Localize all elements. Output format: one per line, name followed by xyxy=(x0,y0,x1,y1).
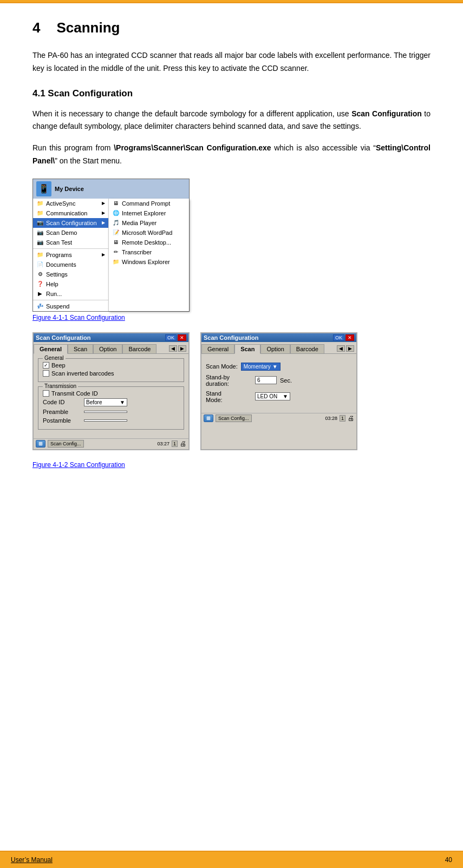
standby-duration-row: Stand-byduration: 6 Sec. xyxy=(206,374,352,387)
beep-row: Beep xyxy=(43,362,179,369)
dialog-left-body: General Beep Scan inverted barcodes Tran… xyxy=(34,354,188,438)
tab-general-right[interactable]: General xyxy=(201,344,234,353)
standby-duration-unit: Sec. xyxy=(280,377,292,384)
figure-4-1-2-label[interactable]: Figure 4-1-2 Scan Configuration xyxy=(32,461,431,469)
tab-option-right[interactable]: Option xyxy=(260,344,290,353)
bottom-left-text: User’s Manual xyxy=(11,856,53,864)
taskbar-left-start[interactable]: ⊞ xyxy=(36,440,45,448)
tab-barcode-right[interactable]: Barcode xyxy=(290,344,324,353)
scan-inverted-checkbox[interactable] xyxy=(43,370,49,377)
body-paragraph-2: When it is necessary to change the defau… xyxy=(32,108,431,134)
standby-duration-value: 6 xyxy=(257,377,260,383)
arrow-scan-config: ▶ xyxy=(102,220,105,225)
taskbar-left-item[interactable]: Scan Config... xyxy=(48,440,84,448)
two-dialogs-container: Scan Configuration OK ✕ General Scan Opt… xyxy=(32,332,431,450)
code-id-value: Before xyxy=(86,399,102,405)
left-menu-item-scan-config[interactable]: 📷 Scan Configuration ▶ xyxy=(33,218,108,228)
left-menu-item-communication[interactable]: 📁 Communication ▶ xyxy=(33,208,108,218)
stand-mode-arrow: ▼ xyxy=(283,393,288,399)
right-menu-item-transcriber[interactable]: ✏ Transcriber xyxy=(109,247,189,257)
body-paragraph-3: Run this program from \Programs\Scanner\… xyxy=(32,142,431,168)
left-menu: 📁 ActiveSync ▶ 📁 Communication ▶ 📷 Scan … xyxy=(33,199,108,311)
beep-checkbox[interactable] xyxy=(43,362,49,369)
standby-duration-input[interactable]: 6 xyxy=(255,376,277,384)
start-menu-top: 📱 My Device xyxy=(33,179,189,199)
tab-option-left[interactable]: Option xyxy=(93,344,122,353)
left-menu-item-settings[interactable]: ⚙ Settings xyxy=(33,269,108,279)
left-menu-item-scan-demo[interactable]: 📷 Scan Demo xyxy=(33,228,108,238)
taskbar-left-printer-icon: 🖨 xyxy=(180,440,186,448)
tab-scroll-right-btn-right[interactable]: ▶ xyxy=(346,345,354,352)
left-menu-item-activesync[interactable]: 📁 ActiveSync ▶ xyxy=(33,199,108,208)
left-menu-item-scan-test[interactable]: 📷 Scan Test xyxy=(33,238,108,247)
dialog-left-taskbar: ⊞ Scan Config... 03:27 1 🖨 xyxy=(34,438,188,449)
chapter-number: 4 xyxy=(32,19,40,36)
tab-scan-right[interactable]: Scan xyxy=(234,344,260,354)
code-id-dropdown-arrow: ▼ xyxy=(120,399,125,405)
stand-mode-select[interactable]: LED ON ▼ xyxy=(255,392,290,400)
right-menu-item-windows-explorer[interactable]: 📁 Windows Explorer xyxy=(109,257,189,267)
body-text-bold-1: Scan Configuration xyxy=(351,109,422,118)
postamble-label: Postamble xyxy=(43,417,81,424)
menu-divider-1 xyxy=(33,248,108,249)
arrow-communication: ▶ xyxy=(102,211,105,215)
tab-general-left[interactable]: General xyxy=(34,344,68,354)
tab-scroll-left-btn[interactable]: ◀ xyxy=(169,345,177,352)
dialog-left-title: Scan Configuration xyxy=(36,334,90,341)
right-menu-item-wordpad[interactable]: 📝 Microsoft WordPad xyxy=(109,228,189,238)
scan-demo-label: Scan Demo xyxy=(46,229,77,236)
remote-desktop-icon: 🖥 xyxy=(112,239,120,246)
taskbar-left-time: 03:27 xyxy=(157,441,169,446)
dialog-right-body: Scan Mode: Momentary ▼ Stand-byduration:… xyxy=(201,354,356,413)
settings-icon: ⚙ xyxy=(36,271,44,278)
right-menu-item-media-player[interactable]: 🎵 Media Player xyxy=(109,218,189,228)
dialog-right-ok-button[interactable]: OK xyxy=(333,334,344,341)
figure-4-1-1-link: Scan Configuration xyxy=(70,314,125,321)
scan-mode-arrow: ▼ xyxy=(272,364,278,370)
dialog-right-tabs: General Scan Option Barcode ◀ ▶ xyxy=(201,342,356,354)
code-id-select[interactable]: Before ▼ xyxy=(84,398,127,406)
run-icon: ▶ xyxy=(36,290,44,298)
tab-scroll-right-btn[interactable]: ▶ xyxy=(178,345,186,352)
left-menu-item-run[interactable]: ▶ Run... xyxy=(33,289,108,299)
programs-icon: 📁 xyxy=(36,251,44,259)
figure-4-1-1-text: Figure 4-1-1 xyxy=(32,314,68,321)
tab-barcode-left[interactable]: Barcode xyxy=(122,344,156,353)
dialog-left-ok-button[interactable]: OK xyxy=(165,334,177,341)
scan-mode-row: Scan Mode: Momentary ▼ xyxy=(206,363,352,371)
right-menu-item-remote-desktop[interactable]: 🖥 Remote Desktop... xyxy=(109,238,189,247)
figure-4-1-2-link: Scan Configuration xyxy=(70,461,125,469)
scan-mode-dropdown[interactable]: Momentary ▼ xyxy=(241,363,281,371)
tab-scroll-left-btn-right[interactable]: ◀ xyxy=(337,345,345,352)
postamble-input[interactable] xyxy=(84,419,127,422)
media-player-icon: 🎵 xyxy=(112,219,120,227)
left-menu-item-documents[interactable]: 📄 Documents xyxy=(33,260,108,269)
preamble-input[interactable] xyxy=(84,411,127,413)
taskbar-right-item[interactable]: Scan Config... xyxy=(216,415,252,422)
left-menu-item-help[interactable]: ❓ Help xyxy=(33,279,108,289)
chapter-heading: 4 Scanning xyxy=(32,19,431,36)
taskbar-right-start[interactable]: ⊞ xyxy=(204,415,213,422)
my-device-icon: 📱 xyxy=(36,181,51,196)
left-menu-item-suspend[interactable]: 💤 Suspend xyxy=(33,301,108,311)
help-label: Help xyxy=(46,281,58,287)
internet-explorer-icon: 🌐 xyxy=(112,209,120,217)
dialog-right-close-button[interactable]: ✕ xyxy=(345,334,354,341)
dialog-left-close-button[interactable]: ✕ xyxy=(178,334,186,341)
taskbar-right-clock: 03:28 xyxy=(325,416,337,421)
command-prompt-icon: 🖥 xyxy=(112,200,120,207)
figure-4-1-1-label[interactable]: Figure 4-1-1 Scan Configuration xyxy=(32,314,431,321)
run-label: Run... xyxy=(46,291,62,297)
tab-scan-left[interactable]: Scan xyxy=(68,344,93,353)
taskbar-right-num: 1 xyxy=(340,415,345,422)
folder-icon-communication: 📁 xyxy=(36,209,44,217)
taskbar-right-printer-icon: 🖨 xyxy=(348,415,354,422)
right-menu-item-internet-explorer[interactable]: 🌐 Internet Explorer xyxy=(109,208,189,218)
transmit-checkbox[interactable] xyxy=(43,390,49,397)
dialog-left: Scan Configuration OK ✕ General Scan Opt… xyxy=(32,332,190,450)
right-menu-item-command-prompt[interactable]: 🖥 Command Prompt xyxy=(109,199,189,208)
documents-icon: 📄 xyxy=(36,261,44,268)
windows-explorer-icon: 📁 xyxy=(112,258,120,266)
left-menu-item-programs[interactable]: 📁 Programs ▶ xyxy=(33,250,108,260)
taskbar-left-num: 1 xyxy=(172,440,178,447)
